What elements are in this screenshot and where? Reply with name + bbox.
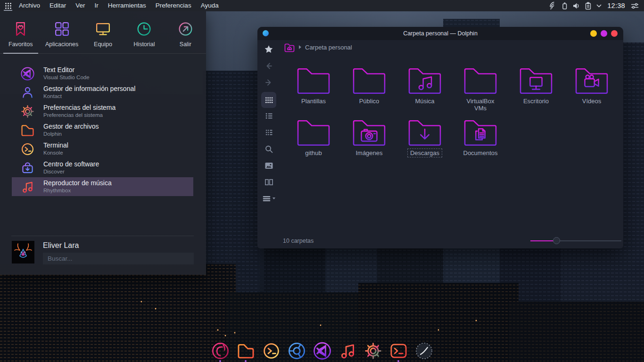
details-view-icon[interactable] xyxy=(261,126,276,139)
dock-file-manager[interactable] xyxy=(235,340,256,362)
tab-equipo[interactable]: Equipo xyxy=(83,11,124,53)
list-item-preferencias[interactable]: Preferencias del sistemaPreferencias del… xyxy=(12,102,193,121)
dock-kvantum-widget[interactable] xyxy=(413,340,435,362)
favorites-list: Text EditorVisual Studio Code Gestor de … xyxy=(12,64,193,196)
user-area: Eliver Lara xyxy=(12,241,194,264)
dock-terminal-alt[interactable] xyxy=(388,340,409,362)
slider-knob[interactable] xyxy=(553,237,560,244)
tab-label: Historial xyxy=(133,41,155,48)
firefox-icon xyxy=(210,341,231,361)
menubar: Archivo Editar Ver Ir Herramientas Prefe… xyxy=(0,0,223,11)
dock-vscode[interactable] xyxy=(311,340,333,362)
top-panel: Archivo Editar Ver Ir Herramientas Prefe… xyxy=(0,0,644,11)
folder-icon xyxy=(295,118,332,148)
folder-videos[interactable]: Vídeos xyxy=(568,66,615,106)
running-indicator xyxy=(397,360,399,362)
list-item-text-editor[interactable]: Text EditorVisual Studio Code xyxy=(12,64,193,83)
maximize-button[interactable] xyxy=(601,30,607,37)
chevron-down-icon[interactable] xyxy=(596,3,602,9)
folder-musica[interactable]: Música xyxy=(401,66,448,106)
icons-view-icon[interactable] xyxy=(261,92,276,108)
dolphin-window: Carpeta personal — Dolphin Carpeta perso… xyxy=(257,27,623,248)
tab-historial[interactable]: Historial xyxy=(124,11,165,53)
folder-label: Público xyxy=(356,97,382,106)
split-view-icon[interactable] xyxy=(261,176,276,188)
forward-icon[interactable] xyxy=(261,76,276,89)
list-item-kontact[interactable]: Gestor de información personalKontact xyxy=(12,83,193,102)
tab-salir[interactable]: Salir xyxy=(165,11,206,53)
folder-documentos[interactable]: Documentos xyxy=(457,118,504,157)
folder-github[interactable]: github xyxy=(290,118,337,157)
system-tray: 12:38 xyxy=(549,2,644,10)
breadcrumb-root[interactable]: Carpeta personal xyxy=(305,44,352,51)
vscode-icon xyxy=(312,341,332,361)
chromium-icon xyxy=(287,341,307,361)
avatar[interactable] xyxy=(12,241,34,263)
tab-label: Salir xyxy=(180,41,191,48)
gear-icon xyxy=(363,341,383,361)
list-item-discover[interactable]: Centro de softwareDiscover xyxy=(12,158,193,177)
user-name: Eliver Lara xyxy=(43,241,194,250)
bookmarks-star-icon[interactable] xyxy=(261,43,276,56)
list-item-rhythmbox[interactable]: Reproductor de músicaRhythmbox xyxy=(12,177,193,196)
folder-imagenes[interactable]: Imágenes xyxy=(346,118,393,157)
dock xyxy=(209,340,435,362)
dock-firefox[interactable] xyxy=(209,340,231,362)
menu-preferencias[interactable]: Preferencias xyxy=(151,0,196,11)
clock[interactable]: 12:38 xyxy=(607,2,625,9)
tweaks-sliders-icon[interactable] xyxy=(630,2,639,9)
folder-label: github xyxy=(302,148,324,157)
tab-aplicaciones[interactable]: Aplicaciones xyxy=(41,11,82,53)
dock-rhythmbox[interactable] xyxy=(337,340,358,362)
back-icon[interactable] xyxy=(261,60,276,72)
search-input[interactable] xyxy=(43,253,194,264)
folder-virtualbox-vms[interactable]: VirtualBox VMs xyxy=(457,66,504,113)
list-view-icon[interactable] xyxy=(261,110,276,122)
application-launcher-panel: Favoritos Aplicaciones Equipo Historial … xyxy=(0,11,206,275)
dock-chromium[interactable] xyxy=(286,340,307,362)
clipboard-icon[interactable] xyxy=(585,2,592,10)
home-folder-icon[interactable] xyxy=(284,42,295,52)
app-subtitle: Visual Studio Code xyxy=(43,74,90,81)
app-subtitle: Rhythmbox xyxy=(43,187,112,194)
dock-konsole[interactable] xyxy=(260,340,282,362)
menu-herramientas[interactable]: Herramientas xyxy=(103,0,151,11)
list-item-konsole[interactable]: TerminalKonsole xyxy=(12,140,193,158)
network-icon[interactable] xyxy=(549,2,557,10)
hamburger-menu-icon[interactable] xyxy=(261,192,276,205)
tab-favoritos[interactable]: Favoritos xyxy=(0,11,41,53)
history-clock-icon xyxy=(135,20,153,38)
folder-icon xyxy=(236,341,256,361)
volume-icon[interactable] xyxy=(572,2,580,10)
folder-descargas[interactable]: Descargas xyxy=(401,118,448,157)
menu-ir[interactable]: Ir xyxy=(90,0,103,11)
folder-plantillas[interactable]: Plantillas xyxy=(290,66,337,106)
folder-escritorio[interactable]: Escritorio xyxy=(512,66,560,106)
dock-system-settings[interactable] xyxy=(362,340,384,362)
menu-archivo[interactable]: Archivo xyxy=(14,0,45,11)
contacts-person-icon xyxy=(20,85,35,100)
app-launcher-grid-icon[interactable] xyxy=(2,0,14,11)
folder-icon xyxy=(20,123,35,138)
menu-editar[interactable]: Editar xyxy=(45,0,71,11)
tab-label: Favoritos xyxy=(8,41,33,48)
breadcrumb-chevron-icon xyxy=(299,45,301,49)
titlebar[interactable]: Carpeta personal — Dolphin xyxy=(257,27,623,40)
folder-label: Descargas xyxy=(407,148,442,157)
battery-icon[interactable] xyxy=(561,2,568,10)
folder-publico[interactable]: Público xyxy=(346,66,393,106)
computer-icon xyxy=(94,20,112,38)
minimize-button[interactable] xyxy=(590,30,597,37)
menu-ver[interactable]: Ver xyxy=(71,0,90,11)
menu-caret-icon xyxy=(272,197,275,199)
active-tab-indicator xyxy=(3,53,38,54)
app-title: Gestor de archivos xyxy=(43,123,99,131)
folder-video-icon xyxy=(573,66,610,96)
close-button[interactable] xyxy=(611,30,618,37)
app-subtitle: Kontact xyxy=(43,93,135,99)
search-icon[interactable] xyxy=(261,143,276,155)
preview-icon[interactable] xyxy=(261,159,276,172)
list-item-dolphin[interactable]: Gestor de archivosDolphin xyxy=(12,121,193,140)
zoom-slider[interactable] xyxy=(530,237,621,245)
menu-ayuda[interactable]: Ayuda xyxy=(196,0,223,11)
